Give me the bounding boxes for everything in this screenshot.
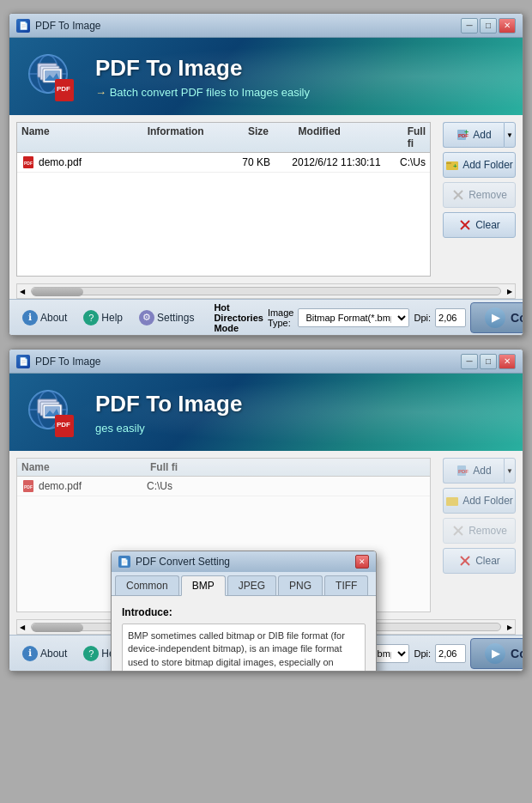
clear-icon-2 <box>458 554 472 568</box>
col-header-name-2: Name <box>21 461 150 473</box>
add-folder-icon-2 <box>445 494 459 508</box>
window1: 📄 PDF To Image ─ □ ✕ <box>9 13 523 336</box>
clear-label-1: Clear <box>475 219 500 231</box>
help-label-1: Help <box>101 312 123 324</box>
add-dropdown-1[interactable]: ▼ <box>504 122 516 148</box>
file-path-1: C:\Us <box>400 156 426 168</box>
action-buttons-2: PDF Add ▼ Add Folder <box>443 458 516 612</box>
help-icon-2: ? <box>83 646 99 661</box>
table-row: PDF demo.pdf C:\Us <box>17 477 430 496</box>
col-header-modified-1: Modified <box>299 125 408 149</box>
col-header-name-1: Name <box>21 125 148 149</box>
file-list-body-1: PDF demo.pdf 70 KB 2012/6/12 11:30:11 C:… <box>17 153 430 276</box>
add-button-1[interactable]: PDF + Add <box>443 122 504 148</box>
scroll-track-1 <box>31 287 501 295</box>
settings-icon-1: ⚙ <box>139 310 154 325</box>
bmp-description: BMP sometimes called bitmap or DIB file … <box>122 624 366 672</box>
add-folder-label-1: Add Folder <box>462 159 513 171</box>
dialog-title-bar: 📄 PDF Convert Setting ✕ <box>112 551 376 572</box>
file-name-cell-2: PDF demo.pdf <box>21 479 147 493</box>
window2: 📄 PDF To Image ─ □ ✕ PDF <box>9 349 523 672</box>
add-folder-icon-1: + <box>445 158 459 172</box>
tab-png[interactable]: PNG <box>278 575 323 595</box>
bottom-toolbar-1: ℹ About ? Help ⚙ Settings Hot Directorie… <box>9 299 523 335</box>
window2-title: PDF To Image <box>35 356 461 368</box>
remove-button-1[interactable]: Remove <box>443 182 516 208</box>
dpi-input-1[interactable] <box>435 308 466 327</box>
dialog-body: Introduce: BMP sometimes called bitmap o… <box>112 596 376 672</box>
settings-label-1: Settings <box>157 312 194 324</box>
banner-text-1: PDF To Image Batch convert PDF files to … <box>95 55 510 99</box>
maximize-button-1[interactable]: □ <box>480 18 497 33</box>
image-type-select-1[interactable]: Bitmap Format(*.bmp) <box>298 308 409 327</box>
main-content-1: Name Information Size Modified Full fi P… <box>16 122 516 277</box>
dialog-tabs: Common BMP JPEG PNG TIFF <box>112 572 376 596</box>
about-label-1: About <box>40 312 67 324</box>
col-header-fullfi-1: Full fi <box>408 125 426 149</box>
app-icon-2: 📄 <box>16 355 30 368</box>
scroll-left-2[interactable]: ◀ <box>17 622 27 632</box>
dialog-close-button[interactable]: ✕ <box>355 555 369 569</box>
app-icon-1: 📄 <box>16 19 30 33</box>
title-bar-1: 📄 PDF To Image ─ □ ✕ <box>9 14 523 38</box>
col-header-size-1: Size <box>248 125 299 149</box>
convert-play-icon-1: ▶ <box>485 307 505 328</box>
add-label-1: Add <box>473 129 491 141</box>
svg-text:+: + <box>453 162 457 170</box>
scroll-left-1[interactable]: ◀ <box>17 286 27 296</box>
about-button-2[interactable]: ℹ About <box>16 642 73 665</box>
table-row[interactable]: PDF demo.pdf 70 KB 2012/6/12 11:30:11 C:… <box>17 153 430 173</box>
scrollbar-1[interactable]: ◀ ▶ <box>16 283 516 299</box>
svg-text:PDF: PDF <box>24 484 33 490</box>
add-folder-button-2: Add Folder <box>443 488 516 514</box>
dpi-input-2[interactable] <box>435 644 466 663</box>
about-button-1[interactable]: ℹ About <box>16 307 73 329</box>
add-button-group-2: PDF Add ▼ <box>443 458 516 484</box>
dialog-overlay: Name Full fi PDF demo.pdf C:\Us <box>9 458 523 612</box>
add-icon-2: PDF <box>456 464 469 478</box>
dialog-icon: 📄 <box>118 556 130 568</box>
file-size-1: 70 KB <box>242 156 292 168</box>
minimize-button-2[interactable]: ─ <box>461 354 478 369</box>
add-folder-button-1[interactable]: + Add Folder <box>443 152 516 178</box>
banner-title-1: PDF To Image <box>95 55 510 82</box>
convert-setting-dialog: 📄 PDF Convert Setting ✕ Common BMP JPEG … <box>111 551 377 672</box>
title-bar-buttons-2: ─ □ ✕ <box>461 354 516 369</box>
close-button-2[interactable]: ✕ <box>499 354 516 369</box>
close-button-1[interactable]: ✕ <box>499 18 516 33</box>
banner-text-2: PDF To Image ges easily <box>95 391 510 435</box>
remove-label-1: Remove <box>469 189 507 201</box>
action-buttons-1: PDF + Add ▼ + Add Folder <box>443 122 516 277</box>
remove-button-2: Remove <box>443 518 516 544</box>
tab-tiff[interactable]: TIFF <box>324 575 368 595</box>
add-folder-label-2: Add Folder <box>462 495 513 507</box>
introduce-label: Introduce: <box>122 606 366 618</box>
clear-button-1[interactable]: Clear <box>443 212 516 238</box>
scroll-thumb-1[interactable] <box>32 288 83 296</box>
convert-button-2[interactable]: ▶ Convert <box>470 638 523 669</box>
clear-label-2: Clear <box>475 555 500 567</box>
scroll-right-2[interactable]: ▶ <box>505 622 515 632</box>
scroll-right-1[interactable]: ▶ <box>505 286 515 296</box>
maximize-button-2[interactable]: □ <box>480 354 497 369</box>
file-list-header-2: Name Full fi <box>17 459 430 477</box>
header-banner-2: PDF PDF To Image ges easily <box>9 374 523 451</box>
tab-jpeg[interactable]: JPEG <box>227 575 276 595</box>
dialog-title: PDF Convert Setting <box>136 556 355 568</box>
minimize-button-1[interactable]: ─ <box>461 18 478 33</box>
help-button-1[interactable]: ? Help <box>77 307 129 329</box>
banner-icon-2: PDF <box>22 382 82 442</box>
help-icon-1: ? <box>83 310 99 325</box>
tab-bmp[interactable]: BMP <box>181 575 226 596</box>
add-button-2: PDF Add <box>443 458 504 484</box>
scroll-thumb-2[interactable] <box>32 624 83 632</box>
tab-common[interactable]: Common <box>115 575 179 595</box>
add-label-2: Add <box>473 465 491 477</box>
about-icon-1: ℹ <box>22 310 38 325</box>
hot-directories-label-1: Hot Directories Mode <box>214 302 263 333</box>
file-name-cell-1: PDF demo.pdf <box>21 155 142 169</box>
about-icon-2: ℹ <box>22 646 38 661</box>
settings-button-1[interactable]: ⚙ Settings <box>133 307 200 329</box>
convert-button-1[interactable]: ▶ Convert <box>470 302 523 333</box>
header-banner-1: PDF PDF To Image Batch convert PDF files… <box>9 38 523 115</box>
